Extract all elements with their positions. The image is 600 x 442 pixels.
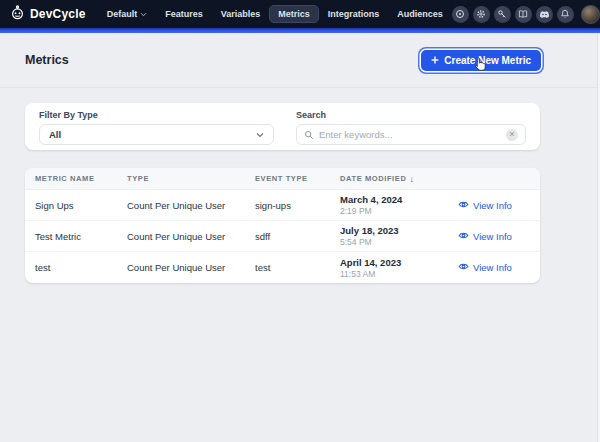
nav-item-variables[interactable]: Variables [212, 5, 270, 23]
table-row[interactable]: Test Metric Count Per Unique User sdff J… [25, 221, 540, 252]
discord-icon[interactable] [536, 6, 553, 23]
target-icon[interactable] [452, 6, 469, 23]
chevron-down-icon [256, 129, 264, 140]
col-metric-name[interactable]: METRIC NAME [25, 174, 127, 183]
devcycle-robot-icon [10, 5, 25, 23]
type-cell: Count Per Unique User [127, 200, 255, 211]
col-type[interactable]: TYPE [127, 174, 255, 183]
brand-name: DevCycle [30, 7, 86, 21]
event-type-cell: test [255, 262, 340, 273]
search-icon [304, 126, 314, 144]
nav-item-metrics[interactable]: Metrics [269, 5, 319, 23]
event-type-cell: sdff [255, 231, 340, 242]
plus-icon [431, 55, 439, 66]
filter-by-type-group: Filter By Type All [39, 110, 274, 150]
col-date-modified[interactable]: DATE MODIFIED ↓ [340, 174, 458, 184]
app-window: DevCycle Default Features Variables Metr… [0, 0, 600, 442]
book-icon[interactable] [515, 6, 532, 23]
filter-by-type-label: Filter By Type [39, 110, 274, 120]
cursor-pointer [474, 57, 487, 76]
table-header-row: METRIC NAME TYPE EVENT TYPE DATE MODIFIE… [25, 168, 540, 190]
nav-item-features[interactable]: Features [156, 5, 212, 23]
search-label: Search [296, 110, 526, 120]
create-new-metric-label: Create New Metric [444, 55, 531, 66]
brand-logo[interactable]: DevCycle [10, 5, 86, 23]
nav-menu: Default Features Variables Metrics Integ… [98, 5, 452, 23]
bell-icon[interactable] [557, 6, 574, 23]
date-modified-cell: March 4, 2024 2:19 PM [340, 194, 458, 216]
navbar-actions [452, 5, 600, 24]
eye-icon [458, 199, 469, 212]
table-row[interactable]: test Count Per Unique User test April 14… [25, 252, 540, 283]
search-box: × [296, 124, 526, 145]
user-avatar[interactable] [581, 5, 600, 24]
type-cell: Count Per Unique User [127, 231, 255, 242]
filter-type-select[interactable]: All [39, 124, 274, 145]
view-info-link[interactable]: View Info [458, 261, 540, 274]
table-row[interactable]: Sign Ups Count Per Unique User sign-ups … [25, 190, 540, 221]
clear-search-icon[interactable]: × [506, 129, 518, 141]
event-type-cell: sign-ups [255, 200, 340, 211]
search-group: Search × [296, 110, 526, 150]
view-info-link[interactable]: View Info [458, 230, 540, 243]
page-header: Metrics Create New Metric [0, 33, 600, 88]
eye-icon [458, 261, 469, 274]
top-navbar: DevCycle Default Features Variables Metr… [0, 0, 600, 28]
gear-icon[interactable] [473, 6, 490, 23]
date-modified-cell: July 18, 2023 5:54 PM [340, 225, 458, 247]
filter-card: Filter By Type All Search [25, 103, 540, 150]
main-content: Filter By Type All Search [25, 103, 540, 283]
metric-name-cell: test [25, 262, 127, 273]
filter-type-selected-value: All [49, 129, 61, 140]
nav-item-integrations[interactable]: Integrations [319, 5, 389, 23]
nav-item-default[interactable]: Default [98, 5, 157, 23]
sort-desc-icon: ↓ [409, 174, 414, 184]
type-cell: Count Per Unique User [127, 262, 255, 273]
date-modified-cell: April 14, 2023 11:53 AM [340, 257, 458, 279]
metric-name-cell: Test Metric [25, 231, 127, 242]
metric-name-cell: Sign Ups [25, 200, 127, 211]
search-input[interactable] [319, 129, 501, 140]
page-title: Metrics [25, 53, 69, 67]
col-event-type[interactable]: EVENT TYPE [255, 174, 340, 183]
nav-item-audiences[interactable]: Audiences [388, 5, 452, 23]
view-info-link[interactable]: View Info [458, 199, 540, 212]
chevron-down-icon [140, 9, 147, 19]
eye-icon [458, 230, 469, 243]
key-icon[interactable] [494, 6, 511, 23]
metrics-table: METRIC NAME TYPE EVENT TYPE DATE MODIFIE… [25, 168, 540, 283]
